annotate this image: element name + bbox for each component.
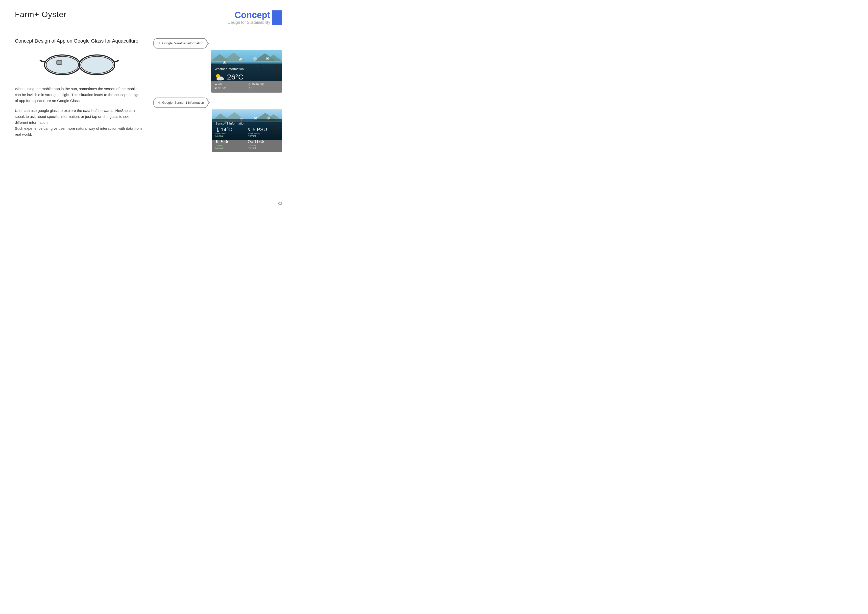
water-temp-section: 14°C Water Temp. Normal	[215, 127, 246, 137]
weather-panel-row: Hi, Google. Weather information	[153, 38, 282, 93]
temperature: 26°C	[227, 73, 243, 81]
page-title: Farm+ Oyster	[15, 10, 66, 19]
header-right: Concept Design for Sustainability	[228, 10, 282, 25]
turbidity-label: Turbidity	[215, 145, 246, 147]
svg-text:4: 4	[267, 58, 268, 59]
dissolved-o2-label: Dissolved O₂	[248, 145, 279, 147]
blue-accent-square	[272, 10, 282, 25]
turbidity-section: 5% Turbidity Normal	[215, 139, 246, 149]
water-temp-value: 14°C	[221, 127, 232, 132]
dissolved-o2-value: 10%	[254, 139, 264, 145]
glasses-illustration	[15, 49, 144, 81]
body-text-2: User can use google glass to explore the…	[15, 108, 144, 137]
weather-info-overlay: Weather Information	[211, 64, 282, 93]
svg-rect-68	[217, 129, 218, 131]
concept-sub: Design for Sustainability	[228, 20, 270, 25]
water-temp-label: Water Temp.	[215, 132, 246, 135]
svg-rect-7	[57, 61, 61, 64]
sensor-panel-title: Sensor 1 Information	[215, 121, 279, 125]
right-column: Hi, Google. Weather information	[153, 38, 282, 152]
weather-panel: 1 2 3 4 Weather Information	[211, 38, 282, 93]
sensor-info-overlay: Sensor 1 Information 14°C	[212, 119, 282, 152]
weather-panel-title: Weather Information	[214, 67, 279, 71]
svg-point-3	[81, 56, 113, 73]
water-salinity-status: Normal	[248, 135, 279, 137]
sensor-speech-bubble: Hi, Google. Sensor 1 information	[153, 98, 208, 108]
svg-line-4	[40, 61, 45, 62]
water-temp-status: Normal	[215, 135, 246, 137]
main-content: Concept Design of App on Google Glass fo…	[15, 38, 282, 152]
concept-word: Concept	[228, 10, 270, 20]
svg-text:3: 3	[254, 59, 255, 60]
water-salinity-label: Water Salinity	[248, 132, 279, 135]
subtitle: Concept Design of App on Google Glass fo…	[15, 38, 144, 44]
body-text-1: When using the mobile app in the sun, so…	[15, 86, 144, 104]
concept-label: Concept Design for Sustainability	[228, 10, 270, 25]
page-number: 02	[278, 202, 282, 205]
svg-point-41	[220, 78, 224, 80]
svg-text:1: 1	[224, 62, 225, 64]
turbidity-value: 5%	[221, 139, 228, 145]
weather-speech-bubble: Hi, Google. Weather information	[153, 38, 207, 48]
page-header: Farm+ Oyster Concept Design for Sustaina…	[15, 10, 282, 28]
svg-point-40	[217, 78, 220, 81]
left-column: Concept Design of App on Google Glass fo…	[15, 38, 144, 152]
sensor-panel-row: Hi, Google. Sensor 1 information	[153, 98, 282, 152]
svg-text:2: 2	[240, 59, 241, 61]
svg-point-1	[46, 56, 78, 73]
dissolved-o2-section: O 2 10% Dissolved O₂ Normal	[248, 139, 279, 149]
turbidity-status: Normal	[215, 147, 246, 149]
dissolved-o2-status: Normal	[248, 147, 279, 149]
sensor-panel: 1 2 3 4 Sensor 1 Information	[212, 98, 282, 152]
svg-text:S: S	[248, 127, 250, 132]
water-salinity-value: 5 PSU	[253, 127, 267, 132]
svg-line-5	[115, 61, 119, 62]
water-salinity-section: S 5 PSU Water Salinity Normal	[248, 127, 279, 137]
